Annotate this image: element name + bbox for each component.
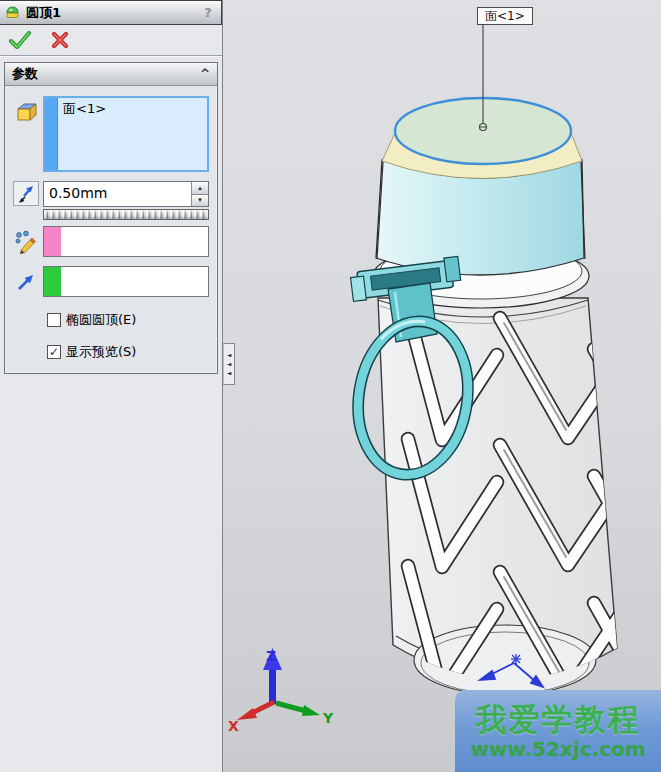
distance-param-button[interactable] [13,181,39,206]
selection-list[interactable]: 面<1> [58,98,207,170]
selection-active-strip [45,98,58,170]
property-manager-panel: 圆顶1 ? 参数 ^ [0,0,223,772]
panel-title: 圆顶1 [26,4,201,22]
panel-actions [0,25,222,56]
axis-y-label: Y [322,710,334,726]
splitter-arrow-icon: ◄ [227,352,232,358]
axis-z-label: Z [266,648,276,664]
graphics-viewport[interactable]: Z X Y 面<1> 我爱学教程 www.52xjc.com [223,0,661,772]
axis-x-label: X [228,718,239,734]
collapse-chevron-icon[interactable]: ^ [200,67,210,81]
distance-spinner: ▲ ▼ [191,182,208,206]
splitter-arrow-icon: ◄ [227,370,232,376]
sketch-color-value[interactable] [61,227,208,256]
face-callout[interactable]: 面<1> [477,7,533,25]
cancel-button[interactable] [48,29,72,51]
cancel-x-icon [51,31,69,49]
green-swatch [44,267,61,296]
parameters-group-title: 参数 [12,65,200,83]
show-preview-checkbox[interactable]: ✓ [47,345,61,359]
spin-down-button[interactable]: ▼ [192,194,208,207]
face-selection-listbox[interactable]: 面<1> [43,96,209,172]
distance-value[interactable]: 0.50mm [44,182,191,206]
splitter-arrow-icon: ◄ [227,361,232,367]
watermark-title: 我爱学教程 [476,702,641,736]
watermark: 我爱学教程 www.52xjc.com [455,690,661,772]
show-preview-label[interactable]: 显示预览(S) [66,343,136,361]
selection-list-item[interactable]: 面<1> [63,100,202,117]
parameters-group-body: 面<1> [5,86,217,373]
elliptical-dome-row[interactable]: 椭圆圆顶(E) [47,311,209,329]
spin-up-button[interactable]: ▲ [192,182,208,194]
pink-swatch [44,227,61,256]
model-canvas[interactable]: Z X Y [223,0,661,772]
solidworks-window: Z X Y 面<1> 我爱学教程 www.52xjc.com 圆顶1 ? [0,0,661,772]
direction-color-value[interactable] [61,267,208,296]
watermark-url: www.52xjc.com [470,738,645,760]
face-selection-icon [15,100,38,123]
panel-titlebar: 圆顶1 ? [0,0,222,25]
elliptical-dome-label[interactable]: 椭圆圆顶(E) [66,311,136,329]
parameters-group: 参数 ^ 面<1> [4,62,218,374]
sketch-points-icon [14,230,38,254]
distance-arrows-icon [16,184,36,204]
dome-feature-icon [4,4,21,21]
ok-check-icon [9,31,31,49]
sketch-color-field[interactable] [43,226,209,257]
direction-color-field[interactable] [43,266,209,297]
help-icon[interactable]: ? [201,5,215,20]
direction-arrow-icon [15,271,37,293]
distance-thumbwheel[interactable] [43,209,209,220]
elliptical-dome-checkbox[interactable] [47,313,61,327]
panel-splitter-handle[interactable]: ◄ ◄ ◄ [223,343,235,385]
parameters-group-header[interactable]: 参数 ^ [5,63,217,86]
show-preview-row[interactable]: ✓ 显示预览(S) [47,343,209,361]
dome-distance-input[interactable]: 0.50mm ▲ ▼ [43,181,209,207]
ok-button[interactable] [8,29,32,51]
reference-triad: Z X Y [228,648,334,734]
